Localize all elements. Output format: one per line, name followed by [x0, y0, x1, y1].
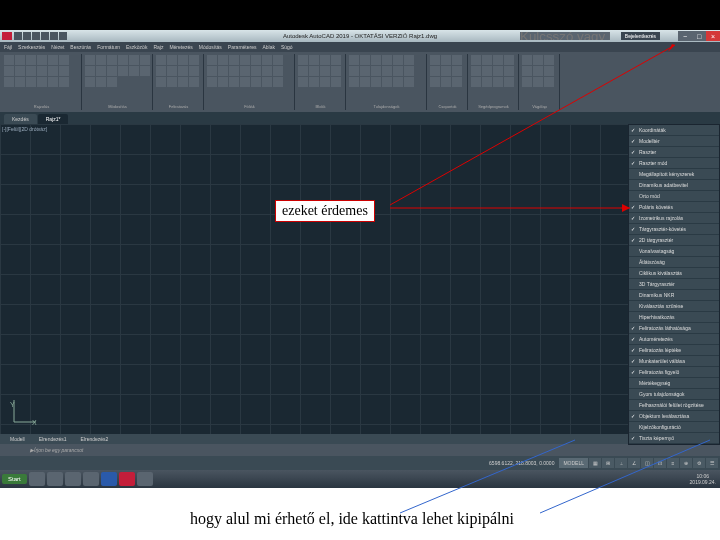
status-btn[interactable]: ∠	[628, 458, 640, 468]
ribbon-btn[interactable]	[262, 55, 272, 65]
ribbon-btn[interactable]	[218, 55, 228, 65]
ribbon-btn[interactable]	[207, 55, 217, 65]
ribbon-btn[interactable]	[393, 77, 403, 87]
ribbon-btn[interactable]	[59, 77, 69, 87]
status-btn[interactable]: ⟂	[615, 458, 627, 468]
system-tray[interactable]: 10:06 2019.09.24.	[690, 473, 718, 485]
coordinates[interactable]: 6598.6122, 218.8003, 0.0000	[489, 460, 554, 466]
ribbon-btn[interactable]	[298, 66, 308, 76]
ribbon-btn[interactable]	[156, 55, 166, 65]
context-item[interactable]: Ciklikus kiválasztás	[629, 268, 719, 279]
qat-btn[interactable]	[50, 32, 58, 40]
taskbar-btn[interactable]	[29, 472, 45, 486]
menu-item[interactable]: Ablak	[262, 44, 275, 50]
ribbon-btn[interactable]	[320, 77, 330, 87]
ribbon-btn[interactable]	[59, 66, 69, 76]
context-item[interactable]: Feliratozás láthatósága	[629, 323, 719, 334]
context-item[interactable]: Munkaterület váltása	[629, 356, 719, 367]
ribbon-btn[interactable]	[309, 77, 319, 87]
close-btn[interactable]: ×	[706, 31, 720, 41]
ribbon-btn[interactable]	[96, 77, 106, 87]
ribbon-btn[interactable]	[471, 66, 481, 76]
status-btn[interactable]: ⊞	[602, 458, 614, 468]
ribbon-btn[interactable]	[320, 55, 330, 65]
ribbon-btn[interactable]	[331, 55, 341, 65]
qat-btn[interactable]	[59, 32, 67, 40]
ribbon-btn[interactable]	[493, 55, 503, 65]
ribbon-btn[interactable]	[229, 55, 239, 65]
taskbar-btn[interactable]	[83, 472, 99, 486]
qat-btn[interactable]	[32, 32, 40, 40]
ribbon-btn[interactable]	[240, 77, 250, 87]
app-icon[interactable]	[2, 32, 12, 40]
ribbon-btn[interactable]	[218, 77, 228, 87]
ribbon-btn[interactable]	[273, 55, 283, 65]
ribbon-btn[interactable]	[309, 55, 319, 65]
ribbon-btn[interactable]	[382, 66, 392, 76]
context-item[interactable]: Raszter	[629, 147, 719, 158]
taskbar-btn[interactable]	[65, 472, 81, 486]
ribbon-btn[interactable]	[349, 55, 359, 65]
ribbon-btn[interactable]	[360, 55, 370, 65]
ribbon-btn[interactable]	[96, 66, 106, 76]
ribbon-btn[interactable]	[107, 66, 117, 76]
ribbon-btn[interactable]	[48, 66, 58, 76]
taskbar-autocad[interactable]	[119, 472, 135, 486]
ribbon-btn[interactable]	[85, 77, 95, 87]
ribbon-btn[interactable]	[251, 55, 261, 65]
ribbon-btn[interactable]	[522, 77, 532, 87]
ribbon-btn[interactable]	[178, 66, 188, 76]
ribbon-btn[interactable]	[207, 66, 217, 76]
ribbon-btn[interactable]	[251, 77, 261, 87]
ribbon-btn[interactable]	[382, 55, 392, 65]
ribbon-btn[interactable]	[240, 55, 250, 65]
status-btn[interactable]: ≡	[667, 458, 679, 468]
ribbon-btn[interactable]	[37, 66, 47, 76]
status-customize[interactable]: ☰	[706, 458, 718, 468]
ribbon-btn[interactable]	[273, 77, 283, 87]
ribbon-btn[interactable]	[441, 77, 451, 87]
context-item[interactable]: Dinamikus adatbevitel	[629, 180, 719, 191]
ribbon-btn[interactable]	[273, 66, 283, 76]
ribbon-btn[interactable]	[26, 66, 36, 76]
ribbon-btn[interactable]	[404, 55, 414, 65]
context-item[interactable]: Feliratozás léptéke	[629, 345, 719, 356]
ribbon-btn[interactable]	[189, 66, 199, 76]
menu-item[interactable]: Fájl	[4, 44, 12, 50]
ribbon-btn[interactable]	[504, 66, 514, 76]
ribbon-btn[interactable]	[129, 66, 139, 76]
taskbar-btn[interactable]	[47, 472, 63, 486]
ribbon-btn[interactable]	[240, 66, 250, 76]
ribbon-btn[interactable]	[140, 55, 150, 65]
ribbon-btn[interactable]	[441, 55, 451, 65]
ribbon-btn[interactable]	[37, 55, 47, 65]
ribbon-btn[interactable]	[371, 66, 381, 76]
ribbon-btn[interactable]	[37, 77, 47, 87]
ribbon-btn[interactable]	[178, 77, 188, 87]
ribbon-btn[interactable]	[522, 55, 532, 65]
context-item[interactable]: Objektum leválasztása	[629, 411, 719, 422]
menu-item[interactable]: Nézet	[51, 44, 64, 50]
menu-item[interactable]: Paraméteres	[228, 44, 257, 50]
menu-item[interactable]: Méretezés	[169, 44, 192, 50]
ribbon-btn[interactable]	[15, 55, 25, 65]
ribbon-btn[interactable]	[393, 66, 403, 76]
ribbon-btn[interactable]	[404, 66, 414, 76]
ribbon-btn[interactable]	[4, 55, 14, 65]
ribbon-btn[interactable]	[544, 55, 554, 65]
ribbon-btn[interactable]	[178, 55, 188, 65]
ribbon-btn[interactable]	[349, 66, 359, 76]
ribbon-btn[interactable]	[393, 55, 403, 65]
context-item[interactable]: 3D Tárgyrasztér	[629, 279, 719, 290]
doc-tab[interactable]: Rajz1*	[38, 114, 69, 124]
ribbon-btn[interactable]	[26, 55, 36, 65]
ribbon-btn[interactable]	[430, 66, 440, 76]
menu-item[interactable]: Formátum	[97, 44, 120, 50]
context-item[interactable]: Orto mód	[629, 191, 719, 202]
ribbon-btn[interactable]	[452, 66, 462, 76]
ribbon-btn[interactable]	[382, 77, 392, 87]
ribbon-btn[interactable]	[129, 55, 139, 65]
status-btn[interactable]: ◫	[641, 458, 653, 468]
context-item[interactable]: Felhasználói felület rögzítése	[629, 400, 719, 411]
ribbon-btn[interactable]	[15, 77, 25, 87]
